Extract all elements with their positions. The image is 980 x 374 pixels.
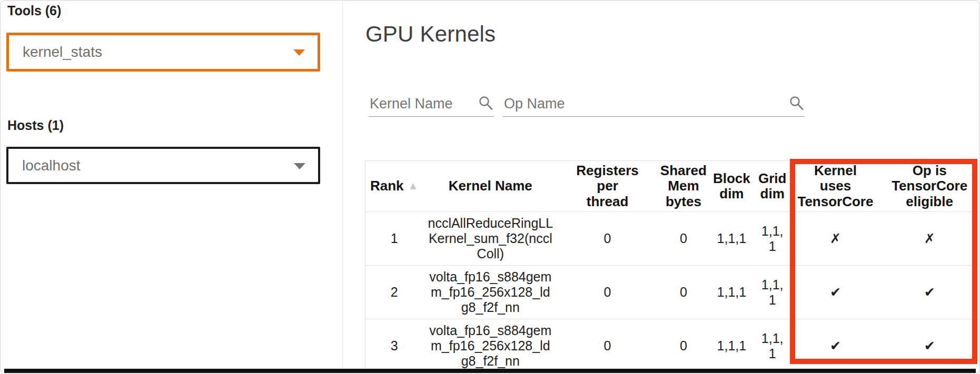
block-dim-cell: 1,1,1: [710, 319, 754, 373]
block-dim-cell: 1,1,1: [710, 266, 754, 319]
table-row: 3 volta_fp16_s884gemm_fp16_256x128_ldg8_…: [365, 319, 980, 373]
sort-ascending-icon: ▲: [408, 180, 419, 191]
registers-cell: 0: [558, 319, 657, 373]
column-header-block-dim[interactable]: Block dim: [710, 161, 754, 212]
table-row: 1 ncclAllReduceRingLLKernel_sum_f32(nccl…: [365, 212, 980, 266]
tools-selected-value: kernel_stats: [23, 35, 102, 69]
kernel-name-cell: volta_fp16_s884gemm_fp16_256x128_ldg8_f2…: [423, 319, 558, 373]
profiler-page: Tools (6) kernel_stats Hosts (1) localho…: [0, 0, 980, 374]
block-dim-cell: 1,1,1: [710, 212, 754, 266]
column-header-kernel-name[interactable]: Kernel Name: [423, 161, 558, 212]
kernel-uses-tensorcore-cell: ✗: [791, 212, 880, 266]
column-header-grid-dim[interactable]: Grid dim: [754, 161, 791, 212]
grid-dim-cell: 1,1, 1: [754, 266, 791, 319]
op-tensorcore-eligible-cell: ✔: [879, 266, 979, 319]
column-header-rank[interactable]: Rank▲: [365, 161, 423, 212]
kernel-uses-tensorcore-cell: ✔: [791, 319, 880, 373]
column-header-registers-per-thread[interactable]: Registers per thread: [558, 161, 657, 212]
page-title: GPU Kernels: [365, 22, 496, 46]
table-row: 2 volta_fp16_s884gemm_fp16_256x128_ldg8_…: [365, 266, 980, 319]
op-name-search-input[interactable]: [504, 96, 785, 112]
rank-cell: 1: [365, 212, 423, 266]
op-name-search-field: [503, 85, 805, 117]
chevron-down-icon: [294, 163, 305, 169]
chevron-down-icon: [293, 49, 305, 56]
search-icon: [789, 95, 805, 111]
hosts-count-label: Hosts (1): [7, 118, 64, 133]
tools-count-label: Tools (6): [7, 3, 61, 18]
kernel-name-cell: ncclAllReduceRingLLKernel_sum_f32(ncclCo…: [423, 212, 558, 266]
shared-mem-cell: 0: [657, 319, 710, 373]
table-header-row: Rank▲ Kernel Name Registers per thread S…: [365, 161, 980, 212]
rank-cell: 2: [365, 266, 423, 319]
column-header-op-tensorcore-eligible[interactable]: Op is TensorCore eligible: [879, 161, 979, 212]
sidebar-divider: [342, 0, 343, 369]
kernel-name-cell: volta_fp16_s884gemm_fp16_256x128_ldg8_f2…: [423, 266, 558, 319]
shared-mem-cell: 0: [657, 212, 710, 266]
bottom-edge-bar: [4, 369, 976, 374]
column-header-shared-mem-bytes[interactable]: Shared Mem bytes: [657, 161, 710, 212]
kernel-name-search-field: [369, 85, 494, 117]
kernel-name-search-input[interactable]: [370, 96, 474, 112]
registers-cell: 0: [558, 212, 657, 266]
shared-mem-cell: 0: [657, 266, 710, 319]
search-icon: [478, 95, 494, 111]
rank-cell: 3: [365, 319, 423, 373]
op-tensorcore-eligible-cell: ✗: [879, 212, 979, 266]
grid-dim-cell: 1,1, 1: [754, 319, 791, 373]
kernel-uses-tensorcore-cell: ✔: [791, 266, 880, 319]
column-header-kernel-uses-tensorcore[interactable]: Kernel uses TensorCore: [791, 161, 880, 212]
hosts-select[interactable]: localhost: [6, 147, 320, 184]
registers-cell: 0: [558, 266, 657, 319]
hosts-selected-value: localhost: [22, 149, 81, 182]
gpu-kernels-table: Rank▲ Kernel Name Registers per thread S…: [365, 160, 980, 373]
grid-dim-cell: 1,1, 1: [754, 212, 791, 266]
op-tensorcore-eligible-cell: ✔: [879, 319, 979, 373]
tools-select[interactable]: kernel_stats: [6, 33, 320, 72]
